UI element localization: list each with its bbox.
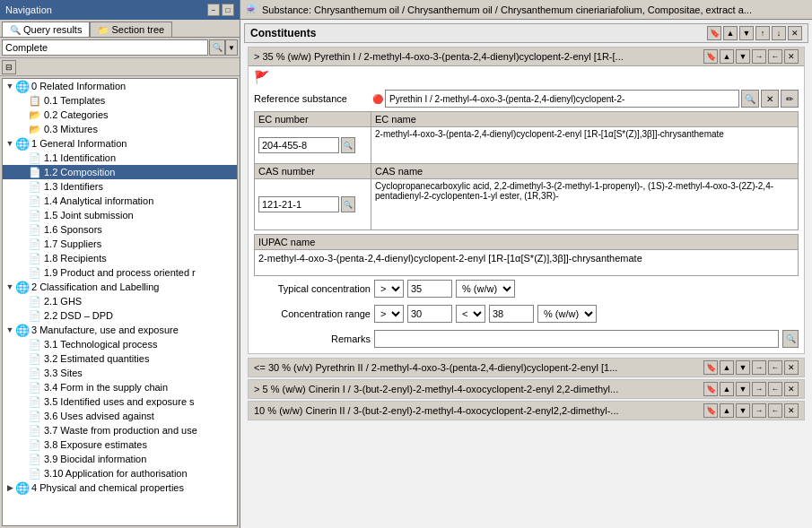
c1-arrow-left-btn[interactable]: ← — [768, 49, 782, 64]
c4-arrow-left-btn[interactable]: ← — [768, 403, 782, 418]
c2-close-btn[interactable]: ✕ — [784, 360, 799, 375]
tree-item-39[interactable]: 📄 3.9 Biocidal information — [3, 452, 237, 466]
conc-range-val2-input[interactable] — [489, 305, 534, 323]
tree-item-19[interactable]: 📄 1.9 Product and process oriented r — [3, 265, 237, 280]
ref-clear-btn[interactable]: ✕ — [761, 90, 779, 108]
bookmark-btn[interactable]: 🔖 — [707, 26, 721, 40]
tree-item-2[interactable]: ▼ 🌐 2 Classification and Labelling — [3, 280, 237, 294]
tree-item-35[interactable]: 📄 3.5 Identified uses and exposure s — [3, 394, 237, 409]
c1-arrow-right-btn[interactable]: → — [752, 49, 766, 64]
flag-row: 🚩 — [249, 66, 804, 88]
tree-item-13[interactable]: 📄 1.3 Identifiers — [3, 179, 237, 194]
typical-conc-unit-select[interactable]: % (w/w) — [456, 280, 515, 298]
tree-item-38[interactable]: 📄 3.8 Exposure estimates — [3, 437, 237, 452]
up-btn[interactable]: ▲ — [723, 26, 738, 40]
c1-close-btn[interactable]: ✕ — [784, 49, 799, 64]
cas-name-textarea[interactable]: Cyclopropanecarboxylic acid, 2,2-dimethy… — [375, 181, 794, 226]
doc-icon-17: 📄 — [28, 238, 42, 250]
c2-down-btn[interactable]: ▼ — [736, 360, 750, 375]
tree-item-310[interactable]: 📄 3.10 Application for authorisation — [3, 466, 237, 480]
c4-down-btn[interactable]: ▼ — [736, 403, 750, 418]
remarks-input[interactable] — [374, 330, 779, 348]
ref-search-btn[interactable]: 🔍 — [741, 90, 759, 108]
tree-item-15[interactable]: 📄 1.5 Joint submission — [3, 208, 237, 222]
c1-bookmark-btn[interactable]: 🔖 — [703, 49, 718, 64]
tree-item-12[interactable]: 📄 1.2 Composition — [3, 165, 237, 179]
c3-down-btn[interactable]: ▼ — [736, 382, 750, 396]
ec-number-input[interactable] — [258, 137, 339, 153]
tree-label-14: 1.4 Analytical information — [44, 195, 153, 206]
search-button[interactable]: 🔍 — [209, 39, 225, 56]
ref-substance-input[interactable]: Pyrethin I / 2-methyl-4-oxo-3-(penta-2,4… — [385, 90, 739, 108]
tree-item-02[interactable]: 📂 0.2 Categories — [3, 108, 237, 122]
down-btn[interactable]: ▼ — [739, 26, 754, 40]
doc-icon-39: 📄 — [28, 453, 42, 465]
c3-up-btn[interactable]: ▲ — [720, 382, 734, 396]
tree-item-01[interactable]: 📋 0.1 Templates — [3, 93, 237, 108]
typical-conc-input[interactable] — [407, 280, 452, 298]
conc-range-val1-input[interactable] — [407, 305, 452, 323]
arrow-up-btn[interactable]: ↑ — [755, 26, 770, 40]
constituent-row-1: > 35 % (w/w) Pyrethin I / 2-methyl-4-oxo… — [248, 47, 805, 354]
search-dropdown-btn[interactable]: ▼ — [225, 39, 238, 56]
tree-item-3[interactable]: ▼ 🌐 3 Manufacture, use and exposure — [3, 323, 237, 337]
c4-up-btn[interactable]: ▲ — [720, 403, 734, 418]
tree-label-310: 3.10 Application for authorisation — [44, 468, 188, 479]
c2-up-btn[interactable]: ▲ — [720, 360, 734, 375]
close-btn-panel[interactable]: ✕ — [788, 26, 802, 40]
tree-item-18[interactable]: 📄 1.8 Recipients — [3, 251, 237, 265]
tree-item-4[interactable]: ▶ 🌐 4 Physical and chemical properties — [3, 480, 237, 495]
tree-item-34[interactable]: 📄 3.4 Form in the supply chain — [3, 380, 237, 394]
tree-item-33[interactable]: 📄 3.3 Sites — [3, 366, 237, 380]
conc-range-op2-select[interactable]: < — [456, 305, 485, 323]
ec-name-textarea[interactable]: 2-methyl-4-oxo-3-(penta-2,4-dienyl)cyclo… — [375, 129, 794, 160]
tree-item-11[interactable]: 📄 1.1 Identification — [3, 151, 237, 165]
cas-search-btn[interactable]: 🔍 — [341, 196, 355, 212]
tab-query-results[interactable]: 🔍 Query results — [2, 22, 90, 37]
tree-item-22[interactable]: 📄 2.2 DSD – DPD — [3, 308, 237, 323]
c4-bookmark-btn[interactable]: 🔖 — [703, 403, 718, 418]
tree-container[interactable]: ▼ 🌐 0 Related Information 📋 0.1 Template… — [2, 78, 238, 526]
c2-arrow-left-btn[interactable]: ← — [768, 360, 782, 375]
constituent-row-3[interactable]: > 5 % (w/w) Cinerin I / 3-(but-2-enyl)-2… — [248, 379, 805, 399]
cas-number-input[interactable] — [258, 196, 339, 212]
tree-item-21[interactable]: 📄 2.1 GHS — [3, 294, 237, 308]
c4-close-btn[interactable]: ✕ — [784, 403, 799, 418]
c4-arrow-right-btn[interactable]: → — [752, 403, 766, 418]
nav-maximize-btn[interactable]: □ — [222, 4, 234, 16]
c3-bookmark-btn[interactable]: 🔖 — [703, 382, 718, 396]
tree-item-16[interactable]: 📄 1.6 Sponsors — [3, 222, 237, 237]
tree-item-1[interactable]: ▼ 🌐 1 General Information — [3, 136, 237, 151]
tree-item-31[interactable]: 📄 3.1 Technological process — [3, 337, 237, 351]
c2-bookmark-btn[interactable]: 🔖 — [703, 360, 718, 375]
tree-item-03[interactable]: 📂 0.3 Mixtures — [3, 122, 237, 136]
typical-conc-op-select[interactable]: > — [374, 280, 404, 298]
constituent-row-4[interactable]: 10 % (w/w) Cinerin II / 3-(but-2-enyl)-2… — [248, 401, 805, 420]
conc-range-unit-select[interactable]: % (w/w) — [537, 305, 597, 323]
constituent-row-2[interactable]: <= 30 % (v/v) Pyrethrin II / 2-methyl-4-… — [248, 358, 805, 377]
constituent-header-text-2: <= 30 % (v/v) Pyrethrin II / 2-methyl-4-… — [254, 362, 703, 373]
doc-icon-12: 📄 — [28, 166, 42, 178]
nav-minimize-btn[interactable]: − — [207, 4, 220, 16]
tree-item-14[interactable]: 📄 1.4 Analytical information — [3, 194, 237, 208]
tree-item-36[interactable]: 📄 3.6 Uses advised against — [3, 409, 237, 423]
arrow-down-btn[interactable]: ↓ — [772, 26, 786, 40]
ref-edit-btn[interactable]: ✏ — [781, 90, 799, 108]
tree-item-0[interactable]: ▼ 🌐 0 Related Information — [3, 79, 237, 93]
tree-item-17[interactable]: 📄 1.7 Suppliers — [3, 237, 237, 251]
c1-down-btn[interactable]: ▼ — [736, 49, 750, 64]
collapse-all-btn[interactable]: ⊟ — [2, 60, 16, 74]
conc-range-op1-select[interactable]: > — [374, 305, 404, 323]
tree-item-37[interactable]: 📄 3.7 Waste from production and use — [3, 423, 237, 437]
remarks-search-btn[interactable]: 🔍 — [782, 330, 799, 348]
c1-up-btn[interactable]: ▲ — [720, 49, 734, 64]
c3-arrow-right-btn[interactable]: → — [752, 382, 766, 396]
remarks-section: Remarks 🔍 — [249, 330, 804, 353]
search-input[interactable] — [2, 39, 208, 56]
tab-section-tree[interactable]: 📁 Section tree — [90, 22, 172, 37]
c3-arrow-left-btn[interactable]: ← — [768, 382, 782, 396]
c2-arrow-right-btn[interactable]: → — [752, 360, 766, 375]
tree-item-32[interactable]: 📄 3.2 Estimated quantities — [3, 351, 237, 366]
c3-close-btn[interactable]: ✕ — [784, 382, 799, 396]
ec-search-btn[interactable]: 🔍 — [341, 137, 355, 153]
